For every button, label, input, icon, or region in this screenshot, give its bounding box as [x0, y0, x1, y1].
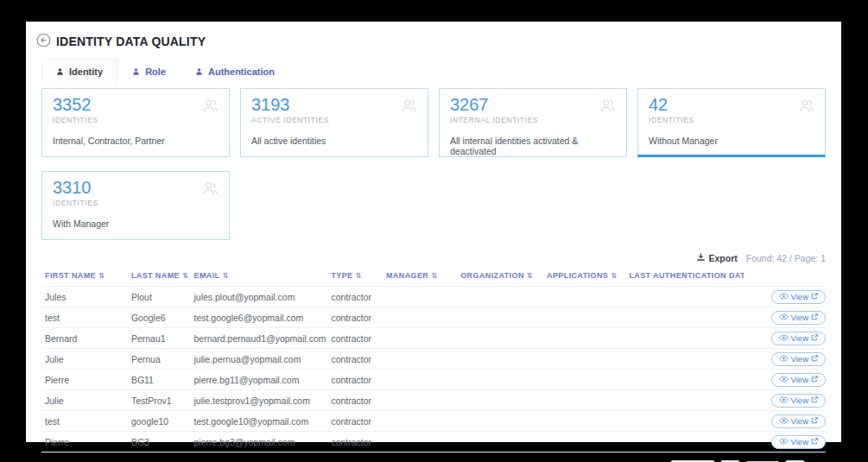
cell-first-name: Jules	[41, 287, 128, 307]
cell-type: contractor	[327, 411, 383, 432]
cell-last-name: Pernua	[128, 349, 191, 370]
external-link-icon	[811, 438, 818, 445]
stat-cards: 3352 IDENTITIES Internal, Contractor, Pa…	[41, 88, 826, 240]
view-button[interactable]: View	[771, 435, 826, 449]
sort-icon[interactable]: ⇅	[223, 271, 230, 280]
column-header-type[interactable]: TYPE⇅	[327, 267, 383, 287]
view-button[interactable]: View	[771, 332, 826, 345]
column-header-last-name[interactable]: LAST NAME⇅	[128, 267, 191, 287]
external-link-icon	[811, 396, 818, 403]
table-row: Julie TestProv1 julie.testprov1@yopmail.…	[41, 390, 826, 411]
view-button-label: View	[791, 375, 808, 384]
cell-organization	[457, 328, 543, 349]
table-meta: Export Found: 42 / Page: 1	[41, 250, 826, 267]
view-button-label: View	[791, 333, 808, 343]
external-link-icon	[811, 334, 818, 341]
identities-table: FIRST NAME⇅ LAST NAME⇅ EMAIL⇅ TYPE⇅ MANA…	[41, 267, 826, 453]
card-value: 3310	[53, 178, 219, 198]
view-button[interactable]: View	[771, 290, 826, 304]
cell-manager	[383, 390, 457, 411]
column-header-email[interactable]: EMAIL⇅	[191, 267, 328, 287]
cell-applications	[543, 328, 625, 349]
cell-type: contractor	[327, 287, 383, 307]
cell-email: jules.plout@yopmail.com	[191, 287, 328, 307]
table-row: test Google6 test.google6@yopmail.com co…	[41, 307, 826, 328]
column-header-first-name[interactable]: FIRST NAME⇅	[41, 267, 128, 287]
eye-icon	[779, 376, 789, 383]
export-label: Export	[709, 253, 738, 263]
view-button-label: View	[791, 354, 808, 364]
card-label: IDENTITIES	[53, 199, 219, 207]
eye-icon	[779, 293, 789, 300]
eye-icon	[779, 334, 789, 341]
column-header-last-authentication-date[interactable]: LAST AUTHENTICATION DATE⇅	[625, 267, 743, 287]
table-row: Bernard Pernau1 bernard.pernaud1@yopmail…	[41, 328, 826, 349]
cell-organization	[457, 307, 543, 328]
sort-icon[interactable]: ⇅	[98, 271, 105, 280]
view-button[interactable]: View	[771, 415, 826, 428]
cell-type: contractor	[327, 349, 383, 370]
column-header-actions	[744, 267, 826, 287]
cell-actions: View	[744, 307, 826, 328]
tab-authentication[interactable]: Authentication	[181, 59, 289, 85]
back-button[interactable]	[36, 34, 51, 48]
tab-identity[interactable]: Identity	[41, 59, 117, 85]
cell-type: contractor	[327, 370, 383, 390]
cell-last-name: Plout	[128, 287, 191, 307]
sort-icon[interactable]: ⇅	[431, 271, 438, 280]
view-button[interactable]: View	[771, 352, 826, 366]
sort-icon[interactable]: ⇅	[182, 271, 189, 280]
cell-email: bernard.pernaud1@yopmail.com	[191, 328, 328, 349]
column-header-applications[interactable]: APPLICATIONS⇅	[543, 267, 625, 287]
card-value: 3267	[450, 95, 616, 115]
card-identities-with-manager[interactable]: 3310 IDENTITIES With Manager	[41, 171, 230, 240]
users-icon	[599, 97, 617, 118]
external-link-icon	[811, 417, 818, 424]
tab-role[interactable]: Role	[117, 59, 181, 85]
user-icon	[132, 67, 140, 76]
card-identities-without-manager[interactable]: 42 IDENTITIES Without Manager	[637, 88, 826, 157]
cell-manager	[383, 370, 457, 390]
cell-last-name: Pernau1	[128, 328, 191, 349]
tab-label: Identity	[69, 66, 103, 77]
sort-icon[interactable]: ⇅	[611, 271, 618, 280]
cell-organization	[457, 370, 543, 390]
cell-last-authentication-date	[625, 370, 743, 390]
cell-last-authentication-date	[625, 411, 743, 432]
sort-icon[interactable]: ⇅	[356, 271, 363, 280]
cell-first-name: test	[41, 307, 128, 328]
cell-last-name: Google6	[128, 307, 191, 328]
cell-email: julie.pernua@yopmail.com	[191, 349, 328, 370]
cell-actions: View	[744, 287, 826, 307]
view-button[interactable]: View	[771, 311, 826, 325]
card-label: IDENTITIES	[649, 116, 814, 124]
eye-icon	[779, 438, 789, 445]
users-icon	[201, 180, 219, 201]
column-header-manager[interactable]: MANAGER⇅	[383, 267, 457, 287]
table-row: Julie Pernua julie.pernua@yopmail.com co…	[41, 349, 826, 370]
cell-type: contractor	[327, 432, 383, 453]
cell-actions: View	[744, 349, 826, 370]
card-active-identities[interactable]: 3193 ACTIVE IDENTITIES All active identi…	[240, 88, 428, 157]
cell-manager	[383, 287, 457, 307]
eye-icon	[779, 355, 789, 362]
download-icon	[696, 252, 706, 263]
found-page-status: Found: 42 / Page: 1	[746, 253, 826, 263]
card-internal-identities[interactable]: 3267 INTERNAL IDENTITIES All internal id…	[439, 88, 627, 157]
cell-last-name: google10	[128, 411, 191, 432]
cell-organization	[457, 287, 543, 307]
cell-actions: View	[744, 328, 826, 349]
external-link-icon	[811, 355, 818, 362]
view-button-label: View	[791, 313, 808, 322]
column-header-organization[interactable]: ORGANIZATION⇅	[457, 267, 543, 287]
cell-manager	[383, 349, 457, 370]
export-button[interactable]: Export	[696, 252, 738, 263]
card-description: Without Manager	[649, 136, 814, 146]
view-button[interactable]: View	[771, 373, 826, 387]
card-description: Internal, Contractor, Partner	[53, 136, 219, 146]
view-button-label: View	[791, 292, 808, 301]
card-identities-total[interactable]: 3352 IDENTITIES Internal, Contractor, Pa…	[41, 88, 230, 157]
view-button[interactable]: View	[771, 394, 826, 408]
sort-icon[interactable]: ⇅	[527, 271, 534, 280]
cell-email: pierre.bg3@yopmail.com	[191, 432, 328, 453]
